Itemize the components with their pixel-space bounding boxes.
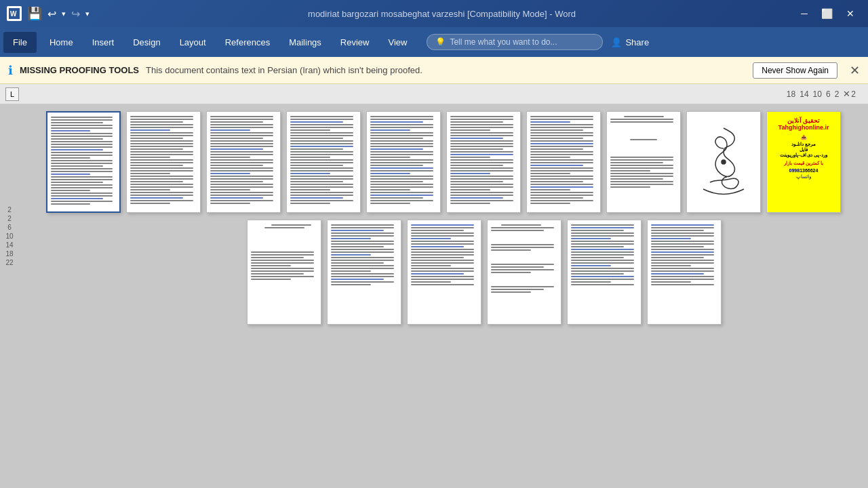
- sidebar-num-2a: 2: [7, 206, 12, 214]
- page-thumb-3[interactable]: [206, 111, 281, 213]
- menu-item-mailings[interactable]: Mailings: [279, 32, 331, 53]
- page-thumb-r2-2[interactable]: [327, 220, 401, 325]
- page-thumb-r2-6[interactable]: [647, 220, 722, 325]
- ruler-tab[interactable]: L: [5, 87, 19, 101]
- menu-item-review[interactable]: Review: [331, 32, 379, 53]
- page-thumb-9[interactable]: [686, 111, 761, 213]
- ruler-row: L 18 14 10 6 2 ✕ 2: [0, 84, 868, 104]
- page-thumb-r2-1[interactable]: [247, 220, 321, 325]
- word-icon: W: [7, 6, 22, 21]
- page-thumb-4[interactable]: [286, 111, 361, 213]
- page-thumb-6[interactable]: [446, 111, 521, 213]
- svg-text:W: W: [10, 10, 17, 18]
- never-show-button[interactable]: Never Show Again: [753, 62, 837, 79]
- close-button[interactable]: ✕: [840, 5, 861, 22]
- undo-icon[interactable]: ↩: [47, 7, 56, 20]
- sidebar-num-2b: 2: [7, 215, 12, 222]
- ruler-num-18: 18: [787, 89, 795, 99]
- page-thumb-5[interactable]: [366, 111, 441, 213]
- tell-me-box[interactable]: 💡 Tell me what you want to do...: [427, 34, 603, 50]
- pages-row-2: [247, 220, 722, 325]
- page-thumb-8[interactable]: [606, 111, 681, 213]
- left-sidebar: 2 2 6 10 14 18 22: [0, 104, 19, 488]
- page-thumb-7[interactable]: [526, 111, 601, 213]
- page-thumb-10[interactable]: تحقیق آنلاینTahghighonline.ir 📥 مرجع دان…: [766, 111, 841, 213]
- main-content: 2 2 6 10 14 18 22: [0, 104, 868, 488]
- sidebar-num-18: 18: [5, 250, 13, 258]
- page-thumb-r2-3[interactable]: [407, 220, 481, 325]
- ruler-numbers: 18 14 10 6 2 ✕ 2: [19, 89, 863, 99]
- title-bar: W 💾 ↩ ▾ ↪ ▾ modiriat bargozari mosabegha…: [0, 0, 868, 27]
- ruler-num-6: 6: [826, 89, 831, 99]
- undo-dropdown-icon[interactable]: ▾: [62, 9, 66, 18]
- window-controls[interactable]: ─ ⬜ ✕: [794, 5, 861, 22]
- menu-item-file[interactable]: File: [3, 32, 37, 53]
- redo-icon[interactable]: ↪: [71, 7, 80, 20]
- share-button[interactable]: 👤 Share: [603, 34, 657, 51]
- lightbulb-icon: 💡: [435, 37, 446, 47]
- sidebar-num-22: 22: [5, 259, 13, 266]
- menu-item-view[interactable]: View: [378, 32, 416, 53]
- menu-item-layout[interactable]: Layout: [170, 32, 216, 53]
- save-icon[interactable]: 💾: [27, 6, 42, 21]
- document-area: تحقیق آنلاینTahghighonline.ir 📥 مرجع دان…: [19, 104, 868, 488]
- title-bar-left-controls[interactable]: W 💾 ↩ ▾ ↪ ▾: [7, 6, 90, 21]
- notification-close-icon[interactable]: ✕: [850, 63, 860, 78]
- minimize-button[interactable]: ─: [794, 5, 814, 22]
- ruler-num-2b: ✕ 2: [843, 89, 856, 99]
- page-thumb-1[interactable]: [46, 111, 121, 213]
- menu-item-home[interactable]: Home: [40, 32, 83, 53]
- notification-bar: ℹ MISSING PROOFING TOOLS This document c…: [0, 57, 868, 84]
- menu-item-references[interactable]: References: [216, 32, 279, 53]
- sidebar-num-14: 14: [5, 241, 13, 249]
- title-bar-title: modiriat bargozari mosabeghat varzeshi […: [90, 9, 794, 19]
- person-icon: 👤: [611, 37, 622, 47]
- notification-text: This document contains text in Persian (…: [146, 65, 746, 75]
- pages-row-1: تحقیق آنلاینTahghighonline.ir 📥 مرجع دان…: [46, 111, 841, 213]
- sidebar-num-6: 6: [7, 224, 12, 231]
- ruler-num-10: 10: [813, 89, 822, 99]
- menu-item-insert[interactable]: Insert: [83, 32, 124, 53]
- page-thumb-r2-5[interactable]: [567, 220, 642, 325]
- svg-point-2: [722, 160, 726, 164]
- menu-item-design[interactable]: Design: [123, 32, 170, 53]
- page-thumb-2[interactable]: [126, 111, 201, 213]
- tell-me-text: Tell me what you want to do...: [450, 37, 557, 47]
- ruler-num-2a: 2: [835, 89, 840, 99]
- restore-button[interactable]: ⬜: [814, 5, 840, 22]
- sidebar-num-10: 10: [5, 232, 13, 240]
- ruler-num-14: 14: [800, 89, 808, 99]
- info-icon: ℹ: [8, 63, 13, 78]
- page-thumb-r2-4[interactable]: [487, 220, 561, 325]
- notification-title: MISSING PROOFING TOOLS: [20, 65, 139, 75]
- menu-bar: File Home Insert Design Layout Reference…: [0, 27, 868, 57]
